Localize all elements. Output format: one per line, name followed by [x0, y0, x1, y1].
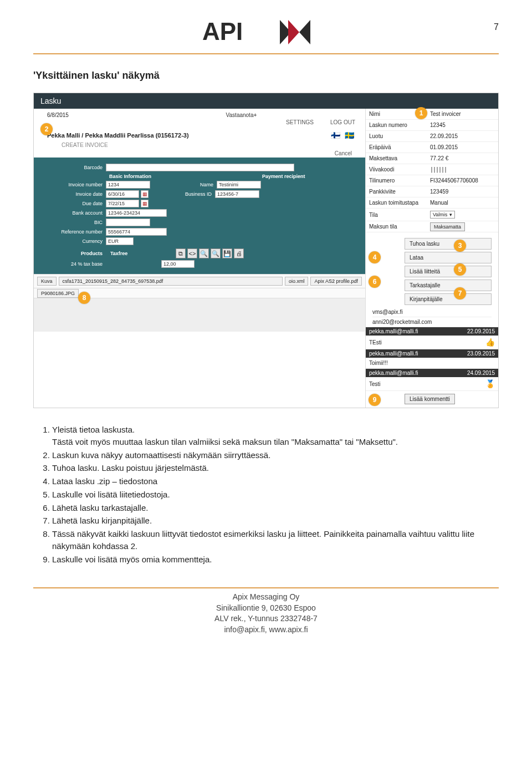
file-button[interactable]: Apix AS2 profile.pdf [310, 277, 362, 286]
barcode-icon: |||||| [427, 164, 498, 175]
products-label: Products [40, 251, 106, 256]
kuva-button[interactable]: Kuva [37, 277, 57, 286]
exp-4: Lataa lasku .zip – tiedostona [52, 475, 499, 487]
logout-link[interactable]: LOG OUT [330, 119, 355, 125]
due-date-input[interactable] [106, 200, 139, 207]
invoice-number-label: Invoice number [40, 182, 106, 187]
toolbar: ⧉ <> 🔍 🔍 💾 🖨 [176, 248, 244, 258]
info-value: 77.22 € [427, 153, 498, 164]
flag-icons[interactable]: 🇫🇮 🇸🇪 [331, 131, 355, 140]
bank-account-input[interactable] [106, 209, 167, 217]
file-button[interactable]: csfa1731_20150915_282_84735_697538.pdf [59, 277, 283, 286]
currency-label: Currency [40, 238, 106, 244]
marker-6: 6 [369, 276, 381, 288]
taxbase-input[interactable] [161, 260, 195, 268]
exp-9: Laskulle voi lisätä myös omia kommenttej… [52, 553, 499, 566]
currency-input[interactable] [106, 237, 134, 245]
zoom-icon[interactable]: 🔍 [211, 248, 221, 258]
document-title: 'Yksittäinen lasku' näkymä [33, 70, 499, 82]
info-label: Viivakoodi [366, 164, 427, 175]
maksuntila-button[interactable]: Maksamatta [430, 222, 465, 231]
marker-9: 9 [369, 394, 381, 406]
footer-line: Sinikalliontie 9, 02630 Espoo [33, 603, 499, 614]
exp-5: Laskulle voi lisätä liitetiedostoja. [52, 489, 499, 501]
file-button[interactable]: P9080186.JPG [37, 289, 79, 298]
vastaanota-link[interactable]: Vastaanota+ [226, 112, 257, 118]
email-item: anni20@rocketmail.com [372, 317, 492, 327]
exp-1: Yleistä tietoa laskusta. Tästä voit myös… [52, 424, 499, 448]
basic-info-header: Basic Information [109, 174, 151, 179]
calendar-icon[interactable]: ▦ [141, 190, 149, 198]
name-input[interactable] [217, 181, 261, 189]
comment-2: pekka.malli@malli.fi23.09.2015 Toimii!!! [366, 349, 498, 369]
lisaa-liitteita-button[interactable]: Lisää liitteitä [405, 266, 492, 277]
form-block: Barcode Basic Information Payment recipi… [34, 158, 365, 274]
bank-account-label: Bank account [40, 210, 106, 216]
payment-recipient-header: Payment recipient [262, 174, 305, 179]
copy-icon[interactable]: ⧉ [176, 248, 186, 258]
cancel-link[interactable]: Cancel [335, 150, 352, 156]
zoom-icon[interactable]: 🔍 [199, 248, 209, 258]
marker-4: 4 [369, 251, 381, 263]
page-footer: Apix Messaging Oy Sinikalliontie 9, 0263… [33, 592, 499, 635]
calendar-icon[interactable]: ▦ [141, 200, 149, 207]
comment-date: 22.09.2015 [467, 328, 495, 334]
due-date-label: Due date [40, 201, 106, 206]
shot-right-panel: NimiTest invoicer Laskun numero12345 Luo… [365, 109, 498, 408]
info-label: Maksettava [366, 153, 427, 164]
info-value: 12345 [427, 120, 498, 131]
svg-text:API: API [202, 18, 243, 45]
settings-link[interactable]: SETTINGS [286, 119, 314, 125]
tarkastajalle-button[interactable]: Tarkastajalle [405, 280, 492, 291]
svg-marker-3 [299, 20, 310, 44]
barcode-input[interactable] [106, 164, 294, 171]
tila-select[interactable]: Valmis▾ [430, 211, 455, 219]
footer-rule [33, 587, 499, 588]
invoice-number-input[interactable] [106, 181, 150, 189]
logo: API [202, 17, 330, 50]
create-invoice-link[interactable]: CREATE INVOICE [34, 140, 365, 150]
reference-input[interactable] [106, 228, 167, 236]
medal-icon: 🏅 [485, 379, 495, 388]
marker-1: 1 [415, 107, 427, 119]
comment-3: pekka.malli@malli.fi24.09.2015 Testi🏅 [366, 369, 498, 391]
exp-6: Lähetä lasku tarkastajalle. [52, 502, 499, 514]
save-icon[interactable]: 💾 [222, 248, 232, 258]
add-comment-button[interactable]: Lisää kommentti [405, 394, 455, 404]
info-value: Test invoicer [427, 109, 498, 120]
page-number: 7 [494, 22, 499, 32]
barcode-label: Barcode [40, 165, 106, 170]
invoice-date-input[interactable] [106, 190, 139, 198]
business-id-input[interactable] [215, 190, 259, 198]
file-button[interactable]: oio.xml [285, 277, 309, 286]
footer-line: info@apix.fi, www.apix.fi [33, 624, 499, 636]
footer-line: ALV rek., Y-tunnus 2332748-7 [33, 613, 499, 624]
info-value: FI32445067706008 [427, 175, 498, 186]
exp-2: Laskun kuva näkyy automaattisesti näkymä… [52, 449, 499, 461]
bic-input[interactable] [106, 219, 150, 226]
kirjanpitajalle-button[interactable]: Kirjanpitäjälle [405, 293, 492, 305]
exp-7: Lähetä lasku kirjanpitäjälle. [52, 515, 499, 527]
thumb-up-icon: 👍 [485, 338, 495, 347]
chevron-down-icon: ▾ [449, 212, 452, 217]
info-value: Manual [427, 197, 498, 209]
code-icon[interactable]: <> [187, 248, 197, 258]
comment-from: pekka.malli@malli.fi [369, 370, 418, 376]
lataa-button[interactable]: Lataa [405, 252, 492, 263]
action-list: Tuhoa lasku Lataa Lisää liitteitä Tarkas… [366, 238, 498, 305]
header-rule [33, 53, 499, 54]
info-table: NimiTest invoicer Laskun numero12345 Luo… [366, 109, 498, 232]
lasku-titlebar: Lasku [34, 93, 498, 109]
comment-text: Toimii!!! [369, 360, 388, 366]
invoice-date-label: Invoice date [40, 191, 106, 197]
explanation-list: Yleistä tietoa laskusta. Tästä voit myös… [52, 424, 499, 565]
comment-from: pekka.malli@malli.fi [369, 351, 418, 357]
info-label: Maksun tila [366, 221, 427, 232]
print-icon[interactable]: 🖨 [234, 248, 244, 258]
comment-date: 23.09.2015 [467, 351, 495, 357]
marker-3: 3 [454, 240, 466, 252]
comment-from: pekka.malli@malli.fi [369, 328, 418, 334]
tuhoa-lasku-button[interactable]: Tuhoa lasku [405, 238, 492, 250]
taxbase-label: 24 % tax base [40, 261, 106, 267]
exp-8: Tässä näkyvät kaikki laskuun liittyvät t… [52, 528, 499, 552]
